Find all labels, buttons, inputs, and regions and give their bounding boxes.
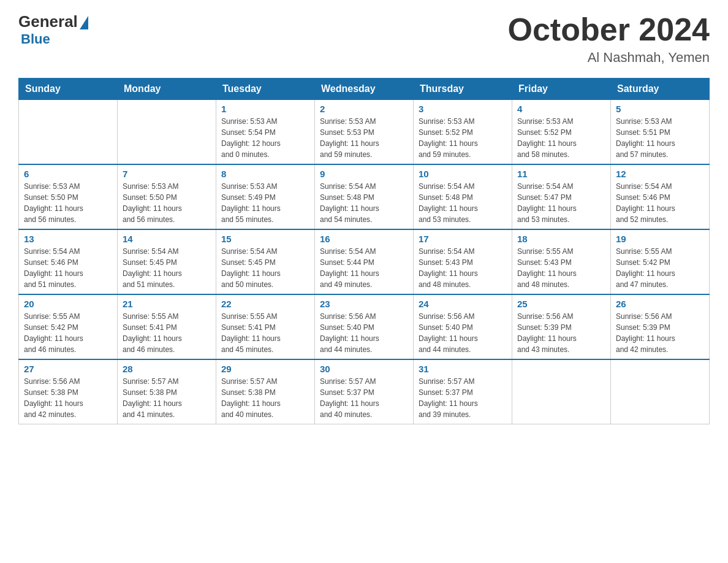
calendar-day-cell: 2Sunrise: 5:53 AMSunset: 5:53 PMDaylight… [315,100,414,165]
day-of-week-header: Monday [118,79,216,100]
day-of-week-header: Thursday [414,79,512,100]
day-info: Sunrise: 5:55 AMSunset: 5:41 PMDaylight:… [123,311,211,355]
month-title: October 2024 [508,12,710,47]
day-number: 19 [616,234,704,244]
title-area: October 2024 Al Nashmah, Yemen [508,12,710,66]
calendar-week-row: 1Sunrise: 5:53 AMSunset: 5:54 PMDaylight… [19,100,710,165]
day-number: 28 [123,364,211,374]
calendar-week-row: 6Sunrise: 5:53 AMSunset: 5:50 PMDaylight… [19,164,710,229]
calendar-day-cell: 29Sunrise: 5:57 AMSunset: 5:38 PMDayligh… [216,359,315,424]
day-number: 2 [320,104,408,114]
day-of-week-header: Tuesday [216,79,315,100]
calendar-day-cell: 3Sunrise: 5:53 AMSunset: 5:52 PMDaylight… [414,100,512,165]
day-info: Sunrise: 5:55 AMSunset: 5:41 PMDaylight:… [221,311,309,355]
calendar-week-row: 20Sunrise: 5:55 AMSunset: 5:42 PMDayligh… [19,294,710,359]
day-info: Sunrise: 5:56 AMSunset: 5:40 PMDaylight:… [320,311,408,355]
day-info: Sunrise: 5:53 AMSunset: 5:50 PMDaylight:… [123,181,211,225]
day-info: Sunrise: 5:56 AMSunset: 5:38 PMDaylight:… [24,376,112,420]
calendar-day-cell: 25Sunrise: 5:56 AMSunset: 5:39 PMDayligh… [512,294,611,359]
calendar-day-cell: 8Sunrise: 5:53 AMSunset: 5:49 PMDaylight… [216,164,315,229]
calendar-day-cell: 9Sunrise: 5:54 AMSunset: 5:48 PMDaylight… [315,164,414,229]
calendar-week-row: 27Sunrise: 5:56 AMSunset: 5:38 PMDayligh… [19,359,710,424]
day-info: Sunrise: 5:57 AMSunset: 5:37 PMDaylight:… [320,376,408,420]
calendar-day-cell: 1Sunrise: 5:53 AMSunset: 5:54 PMDaylight… [216,100,315,165]
day-info: Sunrise: 5:56 AMSunset: 5:39 PMDaylight:… [517,311,605,355]
day-number: 24 [419,299,507,309]
day-info: Sunrise: 5:54 AMSunset: 5:45 PMDaylight:… [123,246,211,290]
day-info: Sunrise: 5:53 AMSunset: 5:49 PMDaylight:… [221,181,309,225]
day-number: 30 [320,364,408,374]
page-header: General Blue October 2024 Al Nashmah, Ye… [18,12,710,66]
day-number: 14 [123,234,211,244]
calendar-day-cell: 12Sunrise: 5:54 AMSunset: 5:46 PMDayligh… [611,164,710,229]
calendar-day-cell: 11Sunrise: 5:54 AMSunset: 5:47 PMDayligh… [512,164,611,229]
day-number: 20 [24,299,112,309]
calendar-day-cell: 5Sunrise: 5:53 AMSunset: 5:51 PMDaylight… [611,100,710,165]
day-info: Sunrise: 5:53 AMSunset: 5:52 PMDaylight:… [517,116,605,160]
calendar-day-cell: 4Sunrise: 5:53 AMSunset: 5:52 PMDaylight… [512,100,611,165]
day-info: Sunrise: 5:54 AMSunset: 5:44 PMDaylight:… [320,246,408,290]
day-number: 31 [419,364,507,374]
day-info: Sunrise: 5:55 AMSunset: 5:42 PMDaylight:… [616,246,704,290]
location: Al Nashmah, Yemen [508,50,710,66]
day-info: Sunrise: 5:53 AMSunset: 5:52 PMDaylight:… [419,116,507,160]
calendar-day-cell: 21Sunrise: 5:55 AMSunset: 5:41 PMDayligh… [118,294,216,359]
calendar-day-cell [611,359,710,424]
day-number: 10 [419,169,507,179]
calendar-day-cell: 6Sunrise: 5:53 AMSunset: 5:50 PMDaylight… [19,164,118,229]
calendar-table: SundayMondayTuesdayWednesdayThursdayFrid… [18,78,710,424]
calendar-day-cell: 27Sunrise: 5:56 AMSunset: 5:38 PMDayligh… [19,359,118,424]
day-info: Sunrise: 5:54 AMSunset: 5:46 PMDaylight:… [24,246,112,290]
calendar-day-cell: 17Sunrise: 5:54 AMSunset: 5:43 PMDayligh… [414,229,512,294]
day-number: 23 [320,299,408,309]
day-info: Sunrise: 5:56 AMSunset: 5:39 PMDaylight:… [616,311,704,355]
day-info: Sunrise: 5:53 AMSunset: 5:54 PMDaylight:… [221,116,309,160]
calendar-day-cell [118,100,216,165]
calendar-day-cell [512,359,611,424]
day-number: 4 [517,104,605,114]
calendar-week-row: 13Sunrise: 5:54 AMSunset: 5:46 PMDayligh… [19,229,710,294]
day-info: Sunrise: 5:55 AMSunset: 5:43 PMDaylight:… [517,246,605,290]
day-number: 13 [24,234,112,244]
day-number: 3 [419,104,507,114]
day-number: 21 [123,299,211,309]
day-info: Sunrise: 5:54 AMSunset: 5:47 PMDaylight:… [517,181,605,225]
day-of-week-header: Saturday [611,79,710,100]
day-info: Sunrise: 5:54 AMSunset: 5:48 PMDaylight:… [419,181,507,225]
calendar-day-cell: 24Sunrise: 5:56 AMSunset: 5:40 PMDayligh… [414,294,512,359]
day-number: 29 [221,364,309,374]
day-number: 9 [320,169,408,179]
day-number: 1 [221,104,309,114]
calendar-day-cell: 16Sunrise: 5:54 AMSunset: 5:44 PMDayligh… [315,229,414,294]
day-number: 11 [517,169,605,179]
calendar-day-cell: 18Sunrise: 5:55 AMSunset: 5:43 PMDayligh… [512,229,611,294]
calendar-day-cell: 7Sunrise: 5:53 AMSunset: 5:50 PMDaylight… [118,164,216,229]
day-info: Sunrise: 5:57 AMSunset: 5:38 PMDaylight:… [221,376,309,420]
calendar-day-cell: 28Sunrise: 5:57 AMSunset: 5:38 PMDayligh… [118,359,216,424]
calendar-day-cell [19,100,118,165]
calendar-day-cell: 31Sunrise: 5:57 AMSunset: 5:37 PMDayligh… [414,359,512,424]
day-number: 25 [517,299,605,309]
logo-triangle-icon [80,16,88,29]
day-number: 8 [221,169,309,179]
logo-blue-text: Blue [21,31,50,47]
day-number: 12 [616,169,704,179]
day-number: 16 [320,234,408,244]
calendar-header-row: SundayMondayTuesdayWednesdayThursdayFrid… [19,79,710,100]
calendar-day-cell: 19Sunrise: 5:55 AMSunset: 5:42 PMDayligh… [611,229,710,294]
day-number: 27 [24,364,112,374]
day-of-week-header: Wednesday [315,79,414,100]
calendar-day-cell: 23Sunrise: 5:56 AMSunset: 5:40 PMDayligh… [315,294,414,359]
day-number: 17 [419,234,507,244]
day-info: Sunrise: 5:54 AMSunset: 5:48 PMDaylight:… [320,181,408,225]
day-number: 22 [221,299,309,309]
calendar-day-cell: 30Sunrise: 5:57 AMSunset: 5:37 PMDayligh… [315,359,414,424]
day-number: 5 [616,104,704,114]
day-info: Sunrise: 5:54 AMSunset: 5:45 PMDaylight:… [221,246,309,290]
calendar-day-cell: 22Sunrise: 5:55 AMSunset: 5:41 PMDayligh… [216,294,315,359]
day-info: Sunrise: 5:57 AMSunset: 5:37 PMDaylight:… [419,376,507,420]
day-info: Sunrise: 5:54 AMSunset: 5:43 PMDaylight:… [419,246,507,290]
day-number: 15 [221,234,309,244]
day-of-week-header: Sunday [19,79,118,100]
day-info: Sunrise: 5:56 AMSunset: 5:40 PMDaylight:… [419,311,507,355]
